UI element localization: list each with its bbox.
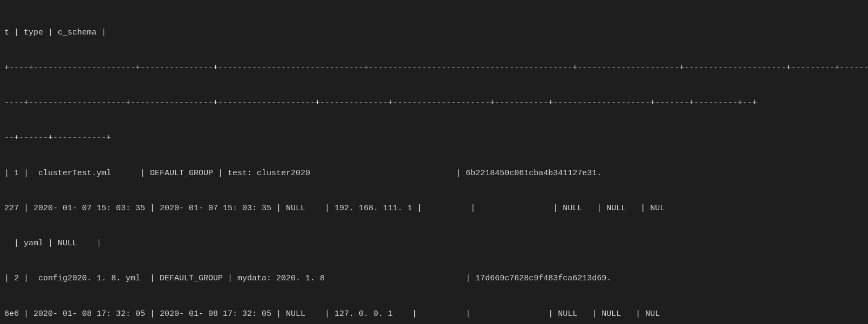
row2-line2: 6e6 | 2020- 01- 08 17: 32: 05 | 2020- 01… bbox=[4, 308, 864, 320]
separator-line-3: --+------+-----------+ bbox=[4, 132, 864, 144]
separator-line-1: +----+---------------------+------------… bbox=[4, 62, 864, 74]
row1-line1: | 1 | clusterTest.yml | DEFAULT_GROUP | … bbox=[4, 168, 864, 180]
separator-line-2: ----+--------------------+--------------… bbox=[4, 97, 864, 109]
terminal-window: t | type | c_schema | +----+------------… bbox=[0, 2, 868, 324]
row1-line2: 227 | 2020- 01- 07 15: 03: 35 | 2020- 01… bbox=[4, 203, 864, 215]
row1-line3: | yaml | NULL | bbox=[4, 238, 864, 250]
header-line: t | type | c_schema | bbox=[4, 27, 864, 39]
row2-line1: | 2 | config2020. 1. 8. yml | DEFAULT_GR… bbox=[4, 273, 864, 285]
